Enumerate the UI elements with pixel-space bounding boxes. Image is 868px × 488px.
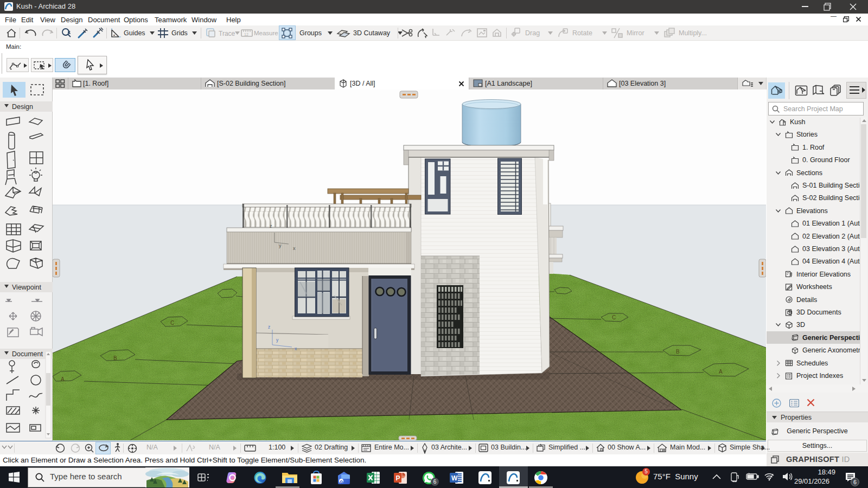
svg-text:B: B xyxy=(676,349,680,355)
svg-text:12: 12 xyxy=(244,33,248,36)
svg-text:x: x xyxy=(293,246,296,251)
svg-text:Viewpoint: Viewpoint xyxy=(12,284,42,291)
svg-text:y: y xyxy=(279,243,282,248)
svg-text:A: A xyxy=(719,369,723,375)
svg-text:Design: Design xyxy=(12,103,33,111)
svg-text:Document: Document xyxy=(12,350,43,358)
svg-text:A: A xyxy=(61,376,65,382)
svg-text:C: C xyxy=(612,314,616,320)
svg-text:z: z xyxy=(270,223,272,229)
svg-text:W: W xyxy=(451,474,458,482)
svg-text:z: z xyxy=(268,324,270,330)
svg-text:B: B xyxy=(113,355,117,361)
svg-text:P: P xyxy=(396,474,400,482)
svg-text:o: o xyxy=(340,479,343,484)
svg-text:C: C xyxy=(170,320,174,326)
